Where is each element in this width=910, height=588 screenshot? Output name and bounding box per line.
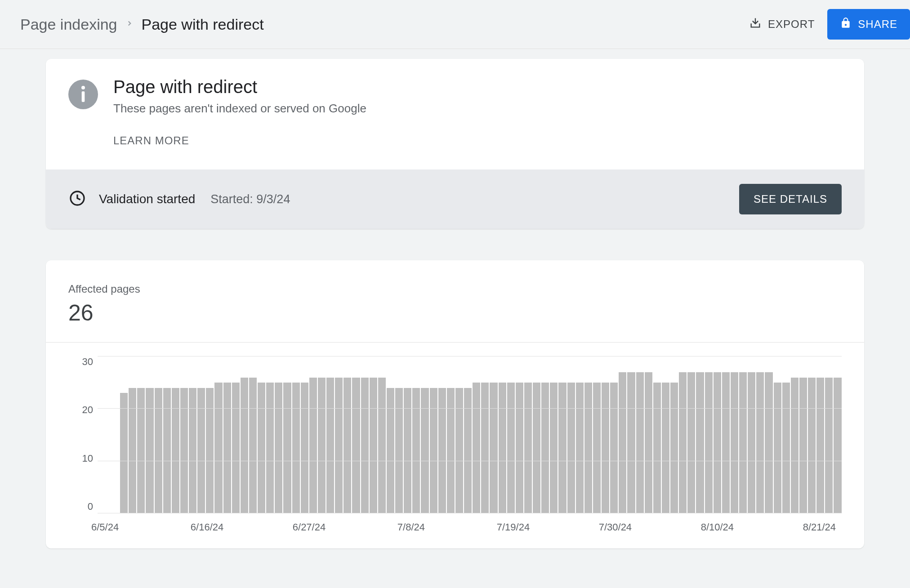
chart-bar — [430, 388, 437, 513]
chart-bar — [825, 378, 833, 513]
chart-bar — [275, 383, 282, 513]
chart-bar — [627, 372, 635, 513]
x-tick: 7/19/24 — [497, 521, 530, 533]
chart-bar — [558, 383, 566, 513]
chart-bar — [326, 378, 334, 513]
chart-bar — [378, 378, 386, 513]
chart-bar — [567, 383, 575, 513]
chart-bar — [455, 388, 463, 513]
chart-bar — [395, 388, 403, 513]
chart-bar — [412, 388, 420, 513]
chart-bar — [687, 372, 695, 513]
chart-bar — [705, 372, 713, 513]
chart-bar — [172, 388, 179, 513]
chart-bar — [137, 388, 145, 513]
chart-bar — [490, 383, 497, 513]
chart-bars — [98, 356, 842, 513]
chart-bar — [550, 383, 558, 513]
validation-date: Started: 9/3/24 — [210, 192, 290, 206]
chart-bar — [343, 378, 351, 513]
breadcrumb-parent[interactable]: Page indexing — [20, 16, 117, 33]
breadcrumb: Page indexing Page with redirect — [20, 16, 264, 33]
chart-bar — [610, 383, 618, 513]
export-button[interactable]: EXPORT — [749, 17, 815, 32]
chart-bar — [808, 378, 816, 513]
chart-bar — [662, 383, 669, 513]
x-tick: 8/21/24 — [803, 521, 836, 533]
x-tick: 6/16/24 — [191, 521, 223, 533]
chart-plot — [98, 356, 842, 513]
chart-bar — [533, 383, 540, 513]
chart-bar — [524, 383, 532, 513]
x-tick: 6/5/24 — [91, 521, 119, 533]
y-tick: 0 — [88, 501, 93, 512]
affected-pages-label: Affected pages — [68, 283, 842, 295]
clock-icon — [68, 189, 86, 209]
chart-bar — [714, 372, 721, 513]
affected-pages-count: 26 — [68, 300, 842, 326]
chart-bar — [722, 372, 730, 513]
chart-bar — [679, 372, 687, 513]
chart-bar — [214, 383, 222, 513]
chart-bar — [499, 383, 506, 513]
chart-bar — [473, 383, 480, 513]
chart-bar — [249, 378, 257, 513]
chart-bar — [232, 383, 240, 513]
chart-bar — [301, 383, 308, 513]
chart-bar — [593, 383, 601, 513]
validation-section: Validation started Started: 9/3/24 SEE D… — [46, 169, 864, 229]
chart-bar — [816, 378, 824, 513]
chart-bar — [438, 388, 446, 513]
topbar: Page indexing Page with redirect EXPORT … — [0, 0, 910, 49]
chart-bar — [258, 383, 265, 513]
breadcrumb-current: Page with redirect — [142, 16, 264, 33]
chart-bar — [799, 378, 807, 513]
export-label: EXPORT — [768, 18, 815, 31]
chart-bar — [335, 378, 343, 513]
svg-rect-1 — [82, 91, 85, 102]
chart-bar — [619, 372, 626, 513]
see-details-button[interactable]: SEE DETAILS — [739, 184, 842, 214]
chart-bar — [645, 372, 652, 513]
chart-bar — [782, 383, 790, 513]
svg-point-0 — [81, 86, 85, 89]
chart-bar — [636, 372, 644, 513]
learn-more-button[interactable]: LEARN MORE — [113, 134, 366, 147]
validation-title: Validation started — [99, 192, 195, 206]
chart-bar — [352, 378, 360, 513]
chart-bar — [283, 383, 291, 513]
x-tick: 7/30/24 — [599, 521, 632, 533]
chart-area: 3020100 — [68, 356, 842, 513]
chart-bar — [584, 383, 592, 513]
info-title: Page with redirect — [113, 77, 366, 97]
chart-bar — [481, 383, 489, 513]
chart-bar — [447, 388, 455, 513]
chart-bar — [155, 388, 162, 513]
chart-bar — [516, 383, 523, 513]
chart-bar — [309, 378, 317, 513]
chart-bar — [541, 383, 549, 513]
divider — [46, 342, 864, 343]
chevron-right-icon — [125, 16, 134, 33]
chart-bar — [507, 383, 515, 513]
y-tick: 20 — [82, 404, 93, 416]
chart-bar — [791, 378, 798, 513]
x-tick: 6/27/24 — [293, 521, 326, 533]
chart-bar — [653, 383, 661, 513]
lock-icon — [840, 17, 852, 31]
x-tick: 8/10/24 — [701, 521, 734, 533]
chart-bar — [180, 388, 188, 513]
chart-bar — [189, 388, 196, 513]
chart-bar — [421, 388, 428, 513]
chart-bar — [765, 372, 772, 513]
y-tick: 30 — [82, 356, 93, 368]
chart-bar — [731, 372, 738, 513]
chart-bar — [361, 378, 369, 513]
info-icon — [68, 80, 98, 109]
chart-bar — [696, 372, 704, 513]
download-icon — [749, 17, 762, 32]
share-button[interactable]: SHARE — [827, 9, 910, 40]
validation-left: Validation started Started: 9/3/24 — [68, 189, 290, 209]
chart-bar — [834, 378, 841, 513]
chart-bar — [206, 388, 214, 513]
